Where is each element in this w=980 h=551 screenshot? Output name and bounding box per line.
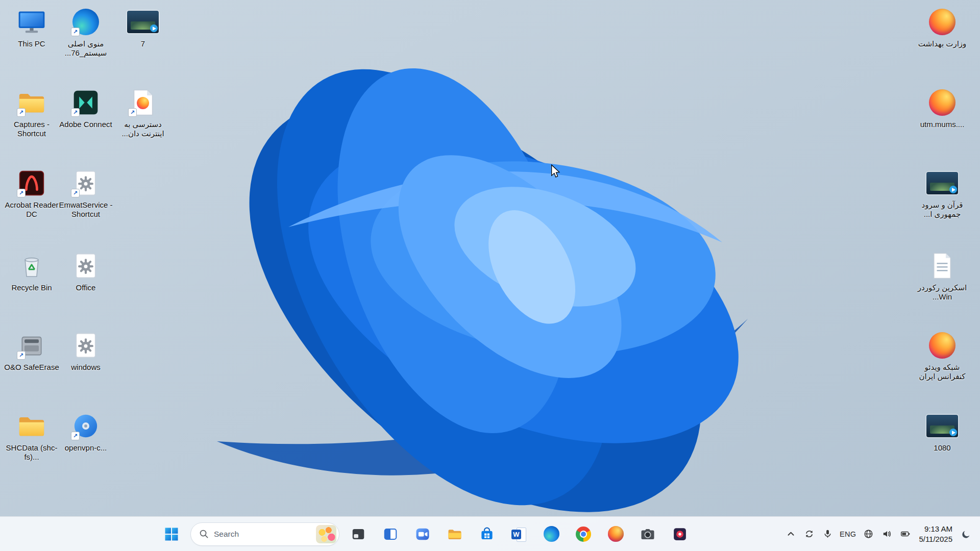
taskbar-file-explorer[interactable] — [442, 521, 468, 547]
clock-time: 9:13 AM — [919, 524, 952, 534]
shortcut-arrow-icon — [128, 108, 137, 117]
chevron-up-icon — [786, 529, 796, 539]
icon-label: windows — [71, 363, 101, 372]
tray-globe-button[interactable] — [860, 522, 877, 546]
firefox-document-icon — [125, 88, 161, 117]
search-label: Search — [214, 530, 311, 539]
icon-label: Adobe Connect — [59, 120, 112, 129]
desktop-icon-video-conference[interactable]: شبکه ویدئو کنفرانس ایران — [915, 331, 970, 382]
clock-date: 5/11/2025 — [919, 534, 952, 544]
split-view-icon — [383, 527, 398, 542]
globe-icon — [864, 529, 873, 539]
taskbar-clock[interactable]: 9:13 AM 5/11/2025 — [915, 524, 957, 544]
desktop-icon-1080[interactable]: 1080 — [915, 411, 970, 453]
video-chat-icon — [415, 527, 430, 542]
icon-label: Acrobat Reader DC — [4, 201, 59, 219]
taskbar-camera[interactable] — [634, 521, 661, 547]
desktop-icon-shcdata[interactable]: SHCData (shc-fs)... — [4, 411, 59, 462]
taskbar-split-view[interactable] — [377, 521, 404, 547]
icon-label: 1080 — [934, 443, 950, 453]
desktop-icon-internet-access[interactable]: دسترسی به اینترنت دان... — [115, 88, 170, 139]
icon-label: منوی اصلی سیستم_76... — [58, 39, 113, 58]
desktop-icon-office[interactable]: Office — [58, 251, 113, 292]
firefox-icon — [924, 331, 960, 360]
tray-speaker-button[interactable] — [878, 522, 895, 546]
acrobat-icon — [14, 168, 50, 198]
shortcut-arrow-icon — [17, 189, 26, 197]
desktop-icon-openvpn[interactable]: openvpn-c... — [58, 411, 113, 453]
tray-sync-button[interactable] — [800, 522, 818, 546]
taskbar-screen-recorder[interactable] — [667, 521, 693, 547]
desktop-icon-oo-safeerase[interactable]: O&O SafeErase — [4, 331, 59, 372]
tray-language-button[interactable]: ENG — [837, 522, 859, 546]
icon-label: اسکرین رکوردر Win... — [915, 283, 970, 302]
start-button[interactable] — [158, 521, 185, 547]
folder-icon — [14, 411, 50, 441]
play-icon — [150, 24, 158, 32]
search-box[interactable]: Search — [190, 522, 339, 546]
desktop-icon-screen-recorder-doc[interactable]: اسکرین رکوردر Win... — [915, 251, 970, 302]
taskbar-chrome[interactable] — [570, 521, 597, 547]
desktop-icon-recycle-bin[interactable]: Recycle Bin — [4, 251, 59, 292]
desktop-icon-this-pc[interactable]: This PC — [4, 7, 59, 48]
disc-icon — [68, 411, 104, 441]
gear-file-icon — [68, 331, 104, 360]
store-icon — [479, 527, 495, 542]
taskbar-edge[interactable] — [538, 521, 565, 547]
adobe-connect-icon — [68, 88, 104, 117]
desktop-icon-utm-mums[interactable]: utm.mums.... — [915, 88, 970, 129]
tray-moon-button[interactable] — [958, 522, 975, 546]
shortcut-arrow-icon — [71, 432, 80, 440]
shortcut-arrow-icon — [71, 28, 80, 36]
tray-microphone-button[interactable] — [819, 522, 836, 546]
taskbar-app-window[interactable] — [345, 521, 372, 547]
tray-chevron-button[interactable] — [782, 522, 799, 546]
chrome-icon — [576, 527, 591, 542]
taskbar-firefox[interactable] — [602, 521, 629, 547]
desktop[interactable]: This PC منوی اصلی سیستم_76... 7 Captures… — [0, 0, 980, 551]
play-icon — [949, 429, 957, 436]
icon-label: دسترسی به اینترنت دان... — [115, 120, 170, 139]
shortcut-arrow-icon — [17, 108, 26, 117]
gear-file-icon — [68, 168, 104, 198]
search-icon — [199, 529, 209, 539]
taskbar-word[interactable] — [506, 521, 532, 547]
wallpaper-bloom — [0, 0, 980, 551]
desktop-icon-vezarat-behdasht[interactable]: وزارت بهداشت — [915, 7, 970, 48]
icon-label: Office — [76, 283, 96, 292]
desktop-icon-adobe-connect[interactable]: Adobe Connect — [58, 88, 113, 129]
search-highlight-image[interactable] — [316, 525, 336, 543]
icon-label: utm.mums.... — [920, 120, 965, 129]
word-icon — [511, 527, 527, 542]
shortcut-arrow-icon — [17, 351, 26, 360]
recycle-bin-icon — [14, 251, 50, 281]
taskbar-video-chat[interactable] — [409, 521, 436, 547]
taskbar-store[interactable] — [474, 521, 500, 547]
icon-label: Captures - Shortcut — [4, 120, 59, 139]
icon-label: O&O SafeErase — [4, 363, 59, 372]
firefox-icon — [924, 88, 960, 117]
desktop-icon-acrobat-reader[interactable]: Acrobat Reader DC — [4, 168, 59, 219]
edge-icon — [68, 7, 104, 37]
icon-label: قرآن و سرود جمهوری ا... — [915, 201, 970, 219]
icon-label: 7 — [141, 39, 145, 48]
desktop-icon-captures[interactable]: Captures - Shortcut — [4, 88, 59, 139]
icon-label: وزارت بهداشت — [918, 39, 967, 48]
play-icon — [949, 186, 957, 193]
desktop-icon-edge-shortcut[interactable]: منوی اصلی سیستم_76... — [58, 7, 113, 58]
firefox-icon — [924, 7, 960, 37]
shredder-icon — [14, 331, 50, 360]
icon-label: This PC — [18, 39, 45, 48]
video-thumbnail-icon — [125, 7, 161, 37]
tray-battery-button[interactable] — [896, 522, 914, 546]
taskbar: Search — [0, 516, 980, 551]
firefox-icon — [608, 526, 624, 542]
folder-icon — [14, 88, 50, 117]
desktop-icon-windows[interactable]: windows — [58, 331, 113, 372]
desktop-icon-quran-video[interactable]: قرآن و سرود جمهوری ا... — [915, 168, 970, 219]
icon-label: EmwatService - Shortcut — [58, 201, 113, 219]
shortcut-arrow-icon — [71, 108, 80, 117]
desktop-icon-video-7[interactable]: 7 — [115, 7, 170, 48]
desktop-icon-emwatservice[interactable]: EmwatService - Shortcut — [58, 168, 113, 219]
app-window-icon — [351, 527, 366, 542]
